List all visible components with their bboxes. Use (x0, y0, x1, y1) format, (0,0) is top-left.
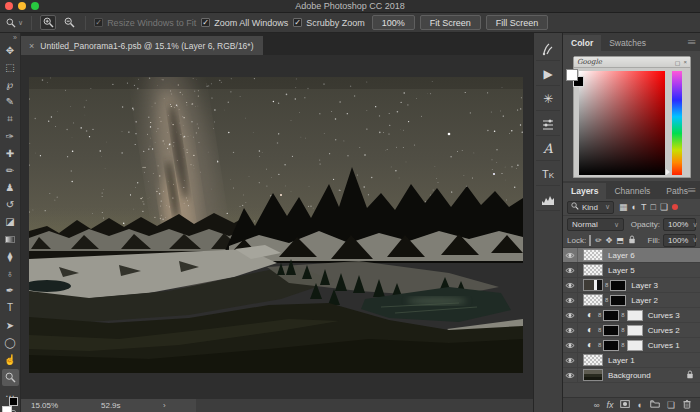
actions-panel-button[interactable]: ▶ (536, 62, 560, 86)
new-layer-icon[interactable]: ❏ (667, 400, 675, 410)
history-brush-tool[interactable]: ↺ (2, 197, 19, 214)
shape-tool[interactable]: ◯ (2, 334, 19, 351)
layer-name[interactable]: Layer 1 (608, 356, 635, 365)
histogram-panel-button[interactable] (536, 187, 560, 211)
zoom-out-button[interactable] (61, 15, 77, 30)
layer-row[interactable]: Layer 1 (563, 353, 700, 368)
layer-filter-kind-dropdown[interactable]: Kind ∨ (567, 201, 614, 214)
layer-name[interactable]: Layer 3 (631, 281, 658, 290)
foreground-color-swatch[interactable] (2, 406, 12, 412)
delete-layer-icon[interactable] (682, 399, 692, 411)
panorama-image[interactable] (29, 77, 523, 373)
panel-color-swatches[interactable] (566, 69, 584, 87)
glyphs-panel-button[interactable]: A (536, 137, 560, 161)
lock-transparency-icon[interactable] (589, 236, 591, 245)
eraser-tool[interactable]: ◪ (2, 214, 19, 231)
new-adjustment-layer-icon[interactable]: ◐ (637, 400, 642, 410)
shape-layer-filter-icon[interactable]: □ (650, 202, 655, 212)
layer-row[interactable]: Layer 6 (563, 248, 700, 263)
layer-name[interactable]: Curves 2 (648, 326, 680, 335)
tool-preset-picker[interactable]: ∨ (6, 14, 23, 32)
visibility-toggle[interactable] (563, 353, 578, 367)
curves-adjustment-icon[interactable]: ◐ (584, 340, 596, 350)
status-chevron-icon[interactable]: › (163, 401, 166, 410)
fill-screen-button[interactable]: Fill Screen (486, 15, 549, 30)
hue-slider[interactable] (672, 71, 682, 175)
scrubby-zoom-checkbox[interactable]: ✓ Scrubby Zoom (293, 18, 365, 28)
lock-position-icon[interactable]: ✥ (606, 236, 613, 245)
visibility-toggle[interactable] (563, 368, 578, 382)
curves-adjustment-icon[interactable]: ◐ (584, 325, 596, 335)
google-window-titlebar[interactable]: Google ▢ × (574, 57, 690, 68)
layer-mask-thumbnail[interactable] (603, 340, 619, 351)
link-layers-icon[interactable]: ∞ (594, 401, 600, 410)
healing-brush-tool[interactable]: ✚ (2, 145, 19, 162)
layer-thumbnail[interactable] (583, 264, 603, 276)
layer-thumbnail[interactable] (583, 279, 603, 291)
zoom-in-button[interactable] (40, 15, 56, 30)
layer-mask-thumbnail[interactable] (603, 325, 619, 336)
curves-adjustment-icon[interactable]: ◐ (584, 310, 596, 320)
crop-tool[interactable]: ⌗ (2, 111, 19, 128)
collapse-toolbar-button[interactable]: » (13, 33, 17, 42)
tab-color[interactable]: Color (563, 35, 601, 51)
layer-thumbnail[interactable] (583, 354, 603, 366)
vector-mask-thumbnail[interactable] (627, 340, 643, 351)
visibility-toggle[interactable] (563, 338, 578, 352)
fill-dropdown[interactable]: 100% ∨ (663, 234, 696, 247)
type-layer-filter-icon[interactable]: T (641, 202, 647, 212)
lock-all-icon[interactable] (628, 235, 636, 246)
dodge-tool[interactable]: ♁ (2, 265, 19, 282)
pen-tool[interactable]: ✒ (2, 283, 19, 300)
foreground-color-swatch[interactable] (566, 69, 578, 81)
tk-actions-panel-button[interactable]: TK (536, 162, 560, 186)
layer-name[interactable]: Curves 1 (648, 341, 680, 350)
adjustments-panel-button[interactable]: ✳ (536, 87, 560, 111)
zoom-all-windows-checkbox[interactable]: ✓ Zoom All Windows (201, 18, 288, 28)
layer-row[interactable]: ◐88Curves 3 (563, 308, 700, 323)
layer-name[interactable]: Curves 3 (648, 311, 680, 320)
layer-name[interactable]: Layer 6 (608, 251, 635, 260)
layer-row[interactable]: Layer 5 (563, 263, 700, 278)
layer-row[interactable]: Background (563, 368, 700, 383)
layer-row[interactable]: ◐88Curves 1 (563, 338, 700, 353)
layer-thumbnail[interactable] (583, 369, 603, 381)
path-selection-tool[interactable]: ➤ (2, 317, 19, 334)
pixel-layer-filter-icon[interactable]: ▦ (619, 202, 628, 212)
marquee-tool[interactable]: ⬚ (2, 59, 19, 76)
adjustment-layer-filter-icon[interactable]: ◐ (632, 202, 637, 212)
tab-layers[interactable]: Layers (563, 183, 606, 199)
canvas-area[interactable] (21, 55, 533, 399)
lock-pixels-icon[interactable]: ✏ (595, 236, 602, 245)
close-icon[interactable]: × (683, 59, 687, 66)
layer-name[interactable]: Layer 5 (608, 266, 635, 275)
layer-filter-toggle[interactable] (672, 204, 678, 210)
visibility-toggle[interactable] (563, 308, 578, 322)
close-tab-icon[interactable]: × (29, 41, 34, 51)
fit-screen-button[interactable]: Fit Screen (420, 15, 481, 30)
zoom-level-field[interactable]: 15.05% (31, 401, 101, 410)
brushes-panel-button[interactable] (536, 37, 560, 61)
layer-name[interactable]: Layer 2 (631, 296, 658, 305)
visibility-toggle[interactable] (563, 278, 578, 292)
quick-selection-tool[interactable]: ✎ (2, 94, 19, 111)
layer-mask-thumbnail[interactable] (603, 310, 619, 321)
gradient-tool[interactable] (2, 231, 19, 248)
document-tab[interactable]: × Untitled_Panorama1-6.psb @ 15.1% (Laye… (21, 36, 263, 55)
layer-row[interactable]: 8Layer 3 (563, 278, 700, 293)
layer-thumbnail[interactable] (583, 249, 603, 261)
panel-menu-icon[interactable]: ≡≡ (688, 38, 695, 47)
tab-swatches[interactable]: Swatches (601, 35, 654, 51)
saturation-brightness-cube[interactable] (579, 71, 665, 175)
tab-channels[interactable]: Channels (606, 183, 658, 199)
visibility-toggle[interactable] (563, 293, 578, 307)
layer-thumbnail[interactable] (583, 294, 603, 306)
hand-tool[interactable]: ☝ (2, 351, 19, 368)
layer-name[interactable]: Background (608, 371, 651, 380)
clone-stamp-tool[interactable]: ♟ (2, 180, 19, 197)
blend-mode-dropdown[interactable]: Normal ∨ (567, 218, 624, 231)
type-tool[interactable]: T (2, 300, 19, 317)
layer-mask-thumbnail[interactable] (610, 295, 626, 306)
blur-tool[interactable]: ⧫ (2, 248, 19, 265)
visibility-toggle[interactable] (563, 263, 578, 277)
